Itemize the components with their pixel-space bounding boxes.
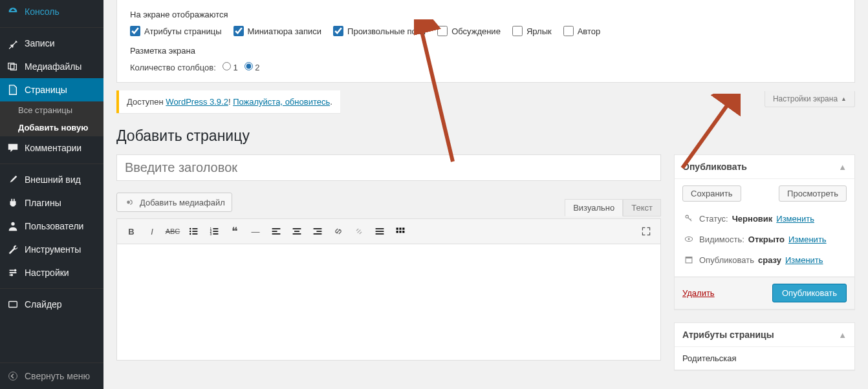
chk-page-attributes-input[interactable] — [130, 26, 140, 36]
svg-rect-22 — [294, 231, 299, 232]
menu-appearance[interactable]: Внешний вид — [0, 168, 103, 191]
preview-button[interactable]: Просмотреть — [779, 185, 847, 202]
main-content: На экране отображаются Атрибуты страницы… — [103, 0, 868, 389]
save-draft-button[interactable]: Сохранить — [682, 185, 741, 202]
submenu-all-pages[interactable]: Все страницы — [0, 101, 103, 119]
menu-posts[interactable]: Записи — [0, 32, 103, 55]
delete-link[interactable]: Удалить — [682, 288, 715, 298]
menu-label: Медиафайлы — [25, 61, 81, 72]
cols-label: Количество столбцов: — [130, 63, 216, 72]
comment-icon — [6, 142, 19, 154]
tab-visual[interactable]: Визуально — [565, 199, 623, 216]
menu-users[interactable]: Пользователи — [0, 215, 103, 238]
more-button[interactable] — [371, 222, 389, 240]
chk-author-input[interactable] — [563, 26, 574, 36]
align-left-button[interactable] — [267, 222, 285, 240]
menu-label: Комментарии — [25, 143, 81, 153]
publish-box: Опубликовать ▲ Сохранить Просмотреть Ста… — [674, 154, 855, 310]
svg-rect-11 — [192, 233, 197, 235]
edit-schedule-link[interactable]: Изменить — [785, 255, 823, 265]
menu-comments[interactable]: Комментарии — [0, 136, 103, 160]
svg-rect-23 — [293, 233, 301, 235]
chk-page-attributes[interactable]: Атрибуты страницы — [130, 26, 222, 36]
chk-discussion-input[interactable] — [437, 26, 448, 36]
update-notice: Доступен WordPress 3.9.2! Пожалуйста, об… — [116, 90, 340, 113]
add-media-button[interactable]: Добавить медиафайл — [116, 193, 232, 212]
chk-slug-input[interactable] — [512, 26, 523, 36]
menu-pages[interactable]: Страницы — [0, 78, 103, 101]
brush-icon — [6, 173, 19, 186]
chk-author[interactable]: Автор — [563, 26, 601, 36]
menu-plugins[interactable]: Плагины — [0, 191, 103, 215]
fullscreen-button[interactable] — [637, 222, 655, 240]
menu-slider[interactable]: Слайдер — [0, 293, 103, 316]
svg-point-5 — [127, 201, 130, 204]
admin-sidebar: Консоль Записи Медиафайлы Страницы Все с… — [0, 0, 103, 389]
menu-label: Страницы — [25, 85, 67, 95]
cols-2[interactable]: 2 — [244, 62, 260, 72]
svg-rect-15 — [213, 231, 218, 232]
menu-label: Инструменты — [25, 244, 81, 255]
metabox-checkboxes: Атрибуты страницы Миниатюра записи Произ… — [130, 26, 841, 36]
submenu-add-new[interactable]: Добавить новую — [0, 119, 103, 136]
editor-wrap: Визуально Текст B I ABC 123 ❝ — — [116, 218, 661, 361]
menu-media[interactable]: Медиафайлы — [0, 55, 103, 78]
quote-button[interactable]: ❝ — [226, 222, 244, 240]
svg-point-38 — [688, 238, 690, 240]
svg-rect-32 — [402, 227, 404, 229]
svg-point-10 — [190, 233, 191, 235]
align-center-button[interactable] — [288, 222, 306, 240]
svg-rect-30 — [396, 227, 398, 229]
screen-options-tab[interactable]: Настройки экрана ▲ — [765, 91, 855, 107]
hr-button[interactable]: — — [246, 222, 265, 240]
pages-icon — [6, 83, 19, 96]
wp-version-link[interactable]: WordPress 3.9.2 — [166, 97, 228, 107]
svg-rect-35 — [402, 231, 404, 233]
title-input[interactable] — [116, 154, 661, 181]
unlink-button[interactable] — [350, 222, 368, 240]
show-on-screen-title: На экране отображаются — [130, 10, 841, 19]
menu-tools[interactable]: Инструменты — [0, 238, 103, 261]
strike-button[interactable]: ABC — [164, 222, 182, 240]
svg-rect-18 — [272, 228, 281, 229]
pin-icon — [6, 37, 19, 50]
italic-button[interactable]: I — [143, 222, 161, 240]
align-right-button[interactable] — [309, 222, 327, 240]
tab-text[interactable]: Текст — [623, 199, 661, 216]
ul-button[interactable] — [184, 222, 202, 240]
menu-settings[interactable]: Настройки — [0, 261, 103, 284]
menu-label: Внешний вид — [25, 174, 81, 185]
ol-button[interactable]: 123 — [205, 222, 223, 240]
toggle-publish-icon[interactable]: ▲ — [838, 162, 847, 172]
svg-rect-13 — [213, 228, 218, 229]
edit-status-link[interactable]: Изменить — [776, 214, 814, 224]
chk-discussion[interactable]: Обсуждение — [437, 26, 501, 36]
editor-body[interactable] — [116, 244, 661, 361]
collapse-menu[interactable]: Свернуть меню — [0, 363, 103, 389]
chk-featured-image[interactable]: Миниатюра записи — [233, 26, 322, 36]
edit-visibility-link[interactable]: Изменить — [788, 235, 827, 244]
attributes-title: Атрибуты страницы — [682, 330, 774, 340]
schedule-line: Опубликовать сразу Изменить — [682, 249, 847, 270]
bold-button[interactable]: B — [122, 222, 140, 240]
svg-rect-3 — [9, 302, 17, 308]
menu-label: Настройки — [25, 268, 69, 278]
cols-1[interactable]: 1 — [222, 62, 238, 72]
slider-icon — [6, 298, 19, 311]
publish-button[interactable]: Опубликовать — [772, 284, 847, 302]
chk-custom-fields[interactable]: Произвольные поля — [333, 26, 426, 36]
update-link[interactable]: Пожалуйста, обновитесь — [233, 97, 330, 107]
menu-label: Плагины — [25, 198, 61, 208]
link-button[interactable] — [329, 222, 347, 240]
triangle-up-icon: ▲ — [841, 96, 847, 102]
svg-rect-20 — [272, 233, 281, 235]
visibility-line: Видимость: Открыто Изменить — [682, 229, 847, 249]
eye-icon — [682, 233, 695, 246]
chk-slug[interactable]: Ярлык — [512, 26, 552, 36]
toggle-attributes-icon[interactable]: ▲ — [838, 330, 847, 340]
toolbar-toggle-button[interactable] — [391, 222, 409, 240]
dashboard-icon — [6, 5, 19, 18]
chk-custom-fields-input[interactable] — [333, 26, 343, 36]
menu-dashboard[interactable]: Консоль — [0, 0, 103, 23]
chk-featured-image-input[interactable] — [233, 26, 244, 36]
